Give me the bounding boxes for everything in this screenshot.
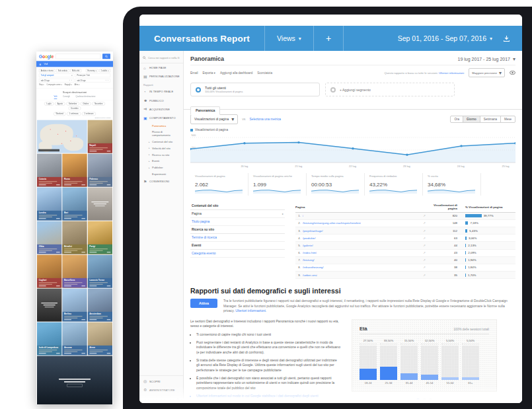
banner-button[interactable] (67, 384, 82, 387)
map-tile[interactable] (37, 120, 87, 153)
sidebar-item[interactable]: ⚙ AMMINISTRATORE (139, 386, 183, 394)
sidebar-subitem[interactable]: ▸ Contenuti del sito (139, 139, 183, 145)
trip-type-button[interactable]: Multi-città (70, 69, 81, 72)
sidebar-subitem[interactable]: ▸ Ricerca su sito (139, 151, 183, 158)
metric-select[interactable]: Visualizzazioni di pagina▾ (190, 114, 238, 124)
scorecard[interactable]: Tempo medio sulla pagina 00:00:53 (307, 173, 365, 196)
destination-tile[interactable]: Lamezia Terme (88, 255, 112, 288)
duration-pill[interactable]: 2 settimane (82, 112, 96, 116)
destination-tile[interactable]: Barcellona (62, 255, 87, 288)
filter-link[interactable]: Compagnie aeree ▾ (47, 84, 62, 86)
explorer-item-categoria-evento[interactable]: Categoria evento (190, 250, 285, 258)
date-stepper-icons[interactable]: ‹ › (69, 79, 73, 81)
sidebar-subitem[interactable]: Panoramica (139, 122, 183, 129)
month-pill[interactable]: Settembre (66, 102, 79, 105)
open-page-icon[interactable]: ↗ (419, 229, 430, 233)
origin-field[interactable]: Tutti gli aeroporti▾ (39, 73, 74, 77)
promo-tile[interactable] (88, 188, 112, 221)
search-button[interactable] (102, 54, 110, 59)
more-info-link[interactable]: Ulteriori informazioni. (235, 309, 266, 313)
page-link[interactable]: /galerie/ (303, 244, 313, 247)
destination-tile[interactable]: Olbia (37, 221, 61, 254)
page-link[interactable]: / (303, 214, 303, 217)
granularity-button[interactable]: Ora (451, 116, 463, 122)
download-button[interactable] (503, 35, 522, 42)
depart-date-field[interactable]: sab 13 ago‹ › (39, 79, 74, 83)
destination-tile[interactable]: Amsterdam (88, 289, 112, 322)
carousel-dot[interactable] (423, 398, 426, 402)
destinations-tab[interactable]: Consigli (63, 95, 70, 98)
column-header-pct[interactable]: % Visualizzazioni di pagina (460, 204, 515, 211)
sidebar-item[interactable]: ◔ IN TEMPO REALE (139, 87, 183, 96)
filter-link[interactable]: Stop ▾ (39, 84, 44, 86)
sidebar-search[interactable]: Cerca nei rapporti e nella G (139, 55, 183, 63)
trip-type-button[interactable]: Andata e ritorno (39, 69, 55, 72)
footer-banner-tile[interactable] (37, 356, 112, 404)
carousel-dot[interactable] (416, 398, 420, 402)
sidebar-collapse-button[interactable]: ‹ (139, 394, 183, 403)
open-page-icon[interactable]: ↗ (419, 237, 430, 240)
precision-select[interactable]: Maggiore precisione▾ (469, 68, 505, 77)
toolbar-link[interactable]: Esporta ▾ (203, 71, 215, 75)
page-link[interactable]: /leistung/entsorgung-alter-nachtspeicher… (303, 221, 361, 225)
toolbar-link[interactable]: Aggiungi alla dashboard (220, 71, 252, 75)
explorer-item-termine-ricerca[interactable]: Termine di ricerca (190, 234, 285, 242)
open-page-icon[interactable]: ↗ (419, 221, 430, 225)
date-range-picker[interactable]: Sep 01, 2016 - Sep 07, 2016▾ (398, 34, 503, 42)
sidebar-subitem[interactable]: Flusso di comportamento (139, 129, 183, 139)
open-page-icon[interactable]: ↗ (419, 214, 430, 217)
tab-panoramica[interactable]: Panoramica (190, 106, 220, 115)
column-header-views[interactable]: Visualizzazioni di pagina (430, 204, 460, 211)
destination-tile[interactable]: Catania (37, 154, 61, 187)
sidebar-item[interactable]: ⇉ ACQUISIZIONE (139, 105, 183, 114)
open-page-icon[interactable]: ↗ (419, 274, 430, 277)
scorecard[interactable]: % uscita 34,68% (423, 173, 481, 196)
passengers-select[interactable]: 1 adulto▾ (99, 69, 110, 72)
granularity-button[interactable]: Giorno (463, 116, 480, 122)
segment-chip-all-users[interactable]: Tutti gli utenti 100,00% Visualizzazioni… (190, 83, 320, 96)
granularity-button[interactable]: Mese (500, 116, 515, 122)
sidebar-item[interactable]: ▣ COMPORTAMENTO (139, 114, 183, 122)
month-pill[interactable]: Novembre (92, 102, 105, 105)
sidebar-subitem[interactable]: ▸ Eventi (139, 158, 183, 165)
price-filter-field[interactable]: Prezzo per: Tutti (75, 73, 110, 77)
map-marker[interactable] (50, 129, 51, 130)
destination-tile[interactable]: Isola di Lampedusa (37, 322, 61, 355)
destination-tile[interactable]: Ancona (62, 322, 87, 355)
duration-pill[interactable]: Weekend (54, 112, 66, 116)
return-date-field[interactable]: sab 20 ago‹ › (75, 79, 110, 83)
add-view-button[interactable]: + (314, 33, 343, 44)
map-marker[interactable] (65, 131, 67, 132)
date-stepper-icons[interactable]: ‹ › (106, 79, 109, 81)
destination-tile[interactable]: Londra (37, 188, 61, 221)
sidebar-item[interactable]: ◎ SCOPRI (139, 377, 183, 386)
page-link[interactable]: /produkte/ (303, 237, 316, 240)
open-page-icon[interactable]: ↗ (419, 244, 430, 247)
map-marker[interactable] (76, 135, 77, 137)
destination-tile[interactable]: Cagliari (37, 255, 61, 288)
page-link[interactable]: /ueber-uns/ (303, 274, 317, 277)
granularity-button[interactable]: Settimana (480, 116, 500, 122)
explorer-item-titolo-pagina[interactable]: Titolo pagina (190, 218, 285, 226)
scorecard[interactable]: Visualizzazioni di pagina uniche 1.099 (248, 173, 307, 196)
destinations-tab[interactable]: Qualsiasi destinazione (75, 95, 95, 98)
views-dropdown[interactable]: Views▾ (265, 34, 313, 42)
map-marker[interactable] (70, 140, 71, 141)
map-marker[interactable] (57, 133, 59, 135)
sidebar-item[interactable]: ⚑ CONVERSIONI (139, 177, 183, 186)
page-link[interactable]: /leistung/ (303, 258, 315, 262)
page-link[interactable]: /projektanfrage/ (303, 229, 323, 233)
carousel-dot[interactable] (429, 398, 432, 402)
filter-link[interactable]: Altro ▾ (75, 84, 80, 86)
page-link[interactable]: /index.html (303, 251, 317, 254)
filter-link[interactable]: Bagagli ▾ (65, 84, 72, 86)
add-segment-chip[interactable]: + Aggiungi segmento (325, 83, 455, 96)
scorecard[interactable]: Frequenza di rimbalzo 43,22% (365, 173, 423, 196)
destination-tile[interactable]: Berlino (62, 289, 87, 322)
sidebar-item[interactable]: ☻ PUBBLICO (139, 96, 183, 105)
destination-tile[interactable]: Napoli (88, 120, 112, 153)
sidebar-item[interactable]: ▤ PERSONALIZZAZIONE (139, 72, 183, 81)
month-pill[interactable]: Agosto (55, 102, 65, 105)
sidebar-item[interactable]: ⌂ HOME PAGE (139, 63, 183, 72)
destination-tile[interactable]: Parigi (88, 221, 112, 254)
